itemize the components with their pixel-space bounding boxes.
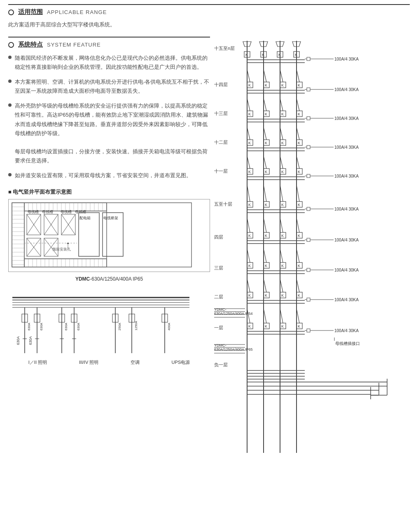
svg-text:五至十层: 五至十层: [214, 202, 232, 206]
svg-line-314: [264, 309, 266, 323]
svg-line-196: [297, 127, 299, 140]
feature-item-2: 本方案将照明、空调、计算机的供电系统分开进行供电-各供电系统互不相于扰，不至因某…: [8, 77, 210, 96]
shaft-plan-section: ■ 电气竖井平面布置示意图: [8, 188, 210, 366]
shaft-plan-box: 母线槽 母线槽 母线槽 母线槽 配电箱 电缆桥架 预: [8, 199, 210, 272]
svg-line-234: [297, 185, 299, 202]
svg-text:100A/4 30KA: 100A/4 30KA: [334, 298, 359, 302]
svg-text:K: K: [298, 170, 300, 174]
svg-text:630A: 630A: [40, 323, 43, 330]
svg-text:100A/4 30KA: 100A/4 30KA: [334, 87, 359, 92]
bullet-1: [8, 56, 12, 59]
svg-rect-245: [307, 207, 310, 211]
right-column: 十五至n层 K K K K 100A/4 30KA 十四层: [214, 37, 410, 475]
svg-line-214: [280, 156, 283, 169]
svg-text:YDMC-: YDMC-: [214, 307, 227, 312]
svg-text:负一层: 负一层: [214, 362, 228, 367]
svg-text:K: K: [281, 112, 284, 116]
svg-line-194: [264, 127, 266, 140]
power-label-4: UPS电源: [172, 359, 190, 366]
applicable-range-header: 适用范围 APPLICABLE RANGE: [8, 4, 410, 16]
svg-line-156: [264, 70, 266, 82]
svg-rect-327: [307, 329, 310, 332]
power-diagram: 630A 630A: [8, 285, 210, 366]
svg-text:十一层: 十一层: [214, 169, 228, 173]
svg-text:一层: 一层: [214, 325, 223, 330]
feature-text-3: 高外壳防护等级的母线槽给系统的安全运行提供强有力的保障，以提高系统的稳定性和可靠…: [15, 101, 210, 165]
feature-text-4: 如井道安装位置有限，可采用双母线方案，节省安装空间，井道布置见图。: [15, 171, 210, 180]
feature-text-2: 本方案将照明、空调、计算机的供电系统分开进行供电-各供电系统互不相于扰，不至因某…: [15, 77, 210, 96]
svg-line-252: [280, 218, 283, 232]
svg-text:400A: 400A: [167, 323, 171, 330]
svg-rect-264: [307, 238, 310, 241]
svg-text:三层: 三层: [214, 265, 223, 270]
main-layout: 系统特点 SYSTEM FEATURE 随着国民经济的不断发展，网络信息化办公已…: [8, 37, 410, 475]
svg-line-290: [280, 279, 283, 292]
svg-text:100A/4 30KA: 100A/4 30KA: [334, 116, 359, 121]
ydmc-label: YDMC-630A/1250A/400A IP65: [8, 276, 210, 282]
svg-text:配电箱: 配电箱: [79, 216, 91, 220]
svg-line-174: [247, 98, 250, 111]
svg-line-233: [280, 185, 283, 202]
svg-text:十五至n层: 十五至n层: [214, 46, 235, 51]
svg-text:100A/4 30KA: 100A/4 30KA: [334, 268, 359, 272]
svg-text:K: K: [248, 234, 251, 238]
svg-text:K: K: [265, 112, 267, 116]
svg-text:K: K: [281, 203, 284, 207]
svg-text:K: K: [248, 83, 251, 87]
power-label-3: 空调: [131, 359, 140, 366]
svg-text:母线槽插接口: 母线槽插接口: [335, 341, 360, 346]
header-title-en: APPLICABLE RANGE: [47, 9, 107, 15]
svg-line-272: [297, 249, 299, 262]
shaft-plan-title: ■ 电气竖井平面布置示意图: [8, 188, 210, 196]
svg-rect-188: [307, 117, 310, 120]
svg-text:K: K: [298, 141, 300, 145]
svg-text:K: K: [298, 83, 300, 87]
ydmc-label-rest: -630A/1250A/400A IP65: [90, 276, 143, 282]
svg-text:母线槽: 母线槽: [61, 210, 72, 214]
svg-text:K: K: [248, 141, 251, 145]
svg-text:母线槽: 母线槽: [28, 210, 39, 214]
system-title-cn: 系统特点: [18, 41, 43, 49]
svg-rect-207: [307, 145, 310, 149]
svg-text:K: K: [281, 324, 284, 328]
svg-rect-150: [307, 57, 310, 61]
system-feature-header: 系统特点 SYSTEM FEATURE: [8, 37, 210, 49]
svg-text:630A: 630A: [27, 323, 31, 330]
svg-text:630A: 630A: [28, 336, 33, 345]
svg-text:K: K: [245, 53, 248, 57]
svg-line-213: [264, 156, 266, 169]
svg-text:K: K: [265, 324, 267, 328]
svg-line-291: [297, 279, 299, 292]
svg-text:100A/4 30KA: 100A/4 30KA: [334, 207, 359, 211]
svg-text:100A/4 30KA: 100A/4 30KA: [334, 145, 359, 150]
svg-text:K: K: [265, 141, 267, 145]
svg-text:630A: 630A: [16, 336, 20, 345]
svg-rect-226: [307, 174, 310, 178]
svg-text:电缆桥架: 电缆桥架: [103, 216, 118, 220]
svg-rect-283: [307, 268, 310, 272]
svg-text:K: K: [281, 234, 284, 238]
svg-line-195: [280, 127, 283, 140]
svg-line-176: [280, 98, 283, 111]
system-title-en: SYSTEM FEATURE: [47, 42, 101, 48]
left-column: 系统特点 SYSTEM FEATURE 随着国民经济的不断发展，网络信息化办公已…: [8, 37, 210, 475]
svg-line-289: [264, 279, 266, 292]
header-circle: [8, 9, 14, 15]
svg-rect-1: [12, 203, 24, 267]
bullet-3: [8, 103, 12, 107]
bullet-4: [8, 173, 12, 176]
intro-text: 此方案适用于高层综合大型写字楼供电系统。: [8, 21, 410, 28]
svg-text:K: K: [298, 234, 300, 238]
svg-text:十三层: 十三层: [214, 111, 228, 116]
feature-item-3: 高外壳防护等级的母线槽给系统的安全运行提供强有力的保障，以提高系统的稳定性和可靠…: [8, 101, 210, 165]
svg-line-215: [297, 156, 299, 169]
feature-item-1: 随着国民经济的不断发展，网络信息化办公已是现代办公的必然选择。供电系统的稳定性将…: [8, 54, 210, 72]
svg-text:100A/4 30KA: 100A/4 30KA: [334, 174, 359, 178]
feature-item-4: 如井道安装位置有限，可采用双母线方案，节省安装空间，井道布置见图。: [8, 171, 210, 180]
power-diagram-svg: 630A 630A: [8, 285, 194, 368]
svg-line-158: [297, 70, 299, 82]
svg-text:K: K: [265, 234, 267, 238]
svg-text:K: K: [281, 170, 284, 174]
feature-list: 随着国民经济的不断发展，网络信息化办公已是现代办公的必然选择。供电系统的稳定性将…: [8, 54, 210, 180]
svg-text:1250A: 1250A: [134, 321, 138, 330]
